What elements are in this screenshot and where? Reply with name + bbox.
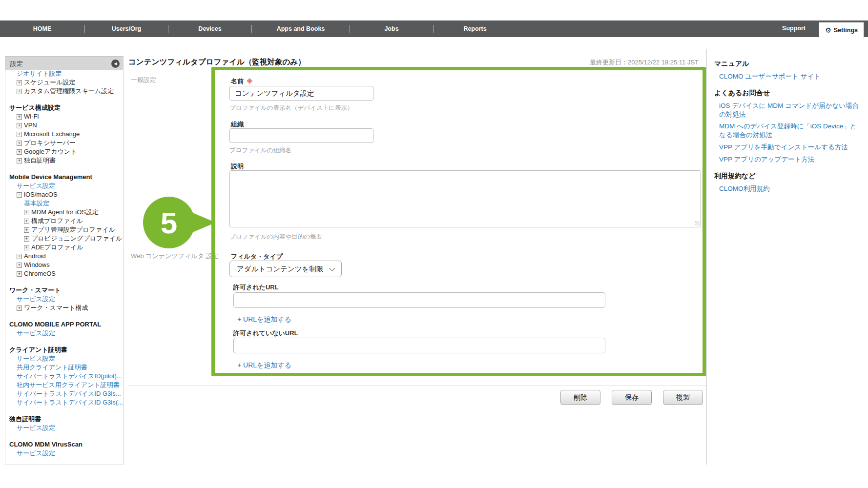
tree-item[interactable]: +Wi-Fi bbox=[5, 112, 123, 121]
tree-item[interactable]: +アプリ管理設定プロファイル bbox=[5, 225, 123, 234]
expand-node-icon[interactable]: + bbox=[24, 219, 29, 224]
expand-node-icon[interactable]: + bbox=[24, 210, 29, 215]
help-section-heading: よくあるお問合せ bbox=[714, 89, 859, 98]
tree-item[interactable]: サービス設定 bbox=[5, 329, 123, 338]
nav-item-users-org[interactable]: Users/Org bbox=[85, 25, 168, 33]
save-button[interactable]: 保存 bbox=[612, 390, 652, 405]
collapse-node-icon[interactable]: − bbox=[17, 192, 22, 198]
required-mark: ※ bbox=[247, 78, 253, 85]
settings-tab-label: Settings bbox=[834, 27, 858, 34]
tree-item[interactable]: +構成プロファイル bbox=[5, 217, 123, 225]
resize-grip-icon[interactable] bbox=[695, 221, 700, 226]
name-input[interactable] bbox=[229, 86, 373, 101]
duplicate-button[interactable]: 複製 bbox=[663, 390, 703, 405]
tree-item[interactable]: +ADEプロファイル bbox=[5, 243, 123, 252]
tree-item[interactable]: +スケジュール設定 bbox=[5, 78, 123, 87]
help-link[interactable]: VPP アプリを手動でインストールする方法 bbox=[719, 143, 859, 152]
tree-item[interactable]: ジオサイト設定 bbox=[5, 70, 123, 78]
tree-item[interactable]: +Microsoft Exchange bbox=[5, 130, 123, 139]
tree-item[interactable]: +ワーク・スマート構成 bbox=[5, 304, 123, 312]
tree-item-label: ChromeOS bbox=[24, 269, 56, 278]
tree-item-label: 独自証明書 bbox=[9, 415, 41, 424]
nav-item-devices[interactable]: Devices bbox=[168, 25, 252, 33]
allowed-url-input[interactable] bbox=[233, 292, 605, 308]
expand-node-icon[interactable]: + bbox=[17, 114, 22, 120]
tree-item[interactable]: +プロキシサーバー bbox=[5, 139, 123, 147]
expand-node-icon[interactable]: + bbox=[17, 80, 22, 85]
tree-item[interactable]: +プロビジョニングプロファイル bbox=[5, 234, 123, 243]
expand-node-icon[interactable]: + bbox=[17, 271, 22, 277]
tree-item[interactable]: +Googleアカウント bbox=[5, 147, 123, 156]
denied-url-input[interactable] bbox=[233, 338, 605, 353]
expand-node-icon[interactable]: + bbox=[17, 254, 22, 259]
description-textarea[interactable] bbox=[229, 170, 701, 227]
tree-item[interactable]: 社内サービス用クライアント証明書 bbox=[5, 381, 123, 389]
help-link-list: CLOMO ユーザーサポート サイト bbox=[714, 72, 859, 81]
tree-item[interactable]: 基本設定 bbox=[5, 199, 123, 208]
tree-spacer bbox=[5, 432, 123, 440]
tree-item-label: ワーク・スマート bbox=[9, 286, 61, 295]
tree-section-header: Mobile Device Management bbox=[5, 173, 123, 182]
tree-item[interactable]: サイバートラストデバイスID G3is(... bbox=[5, 398, 123, 407]
collapse-sidebar-button[interactable]: ◀ bbox=[111, 60, 120, 68]
help-link[interactable]: CLOMO ユーザーサポート サイト bbox=[719, 72, 859, 81]
description-caption: プロファイルの内容や目的の概要 bbox=[229, 233, 322, 241]
help-link[interactable]: iOS デバイスに MDM コマンドが届かない場合の対処法 bbox=[719, 102, 859, 119]
tree-section-header: ワーク・スマート bbox=[5, 286, 123, 295]
tree-item[interactable]: サービス設定 bbox=[5, 295, 123, 304]
tree-item[interactable]: サービス設定 bbox=[5, 449, 123, 458]
tree-item[interactable]: +独自証明書 bbox=[5, 156, 123, 165]
add-denied-url-link[interactable]: + URLを追加する bbox=[237, 361, 291, 370]
tree-item-label: 共用クライアント証明書 bbox=[17, 363, 87, 372]
page: HOMEUsers/OrgDevicesApps and BooksJobsRe… bbox=[0, 0, 868, 488]
tree-spacer bbox=[5, 96, 123, 103]
tree-item[interactable]: サイバートラストデバイスID G3is... bbox=[5, 389, 123, 398]
expand-node-icon[interactable]: + bbox=[17, 89, 22, 94]
nav-item-jobs[interactable]: Jobs bbox=[350, 25, 434, 33]
tree-item-label: iOS/macOS bbox=[24, 190, 58, 199]
tree-item[interactable]: +MDM Agent for iOS設定 bbox=[5, 208, 123, 217]
organization-input[interactable] bbox=[229, 128, 373, 143]
expand-node-icon[interactable]: + bbox=[24, 236, 29, 242]
expand-node-icon[interactable]: + bbox=[17, 158, 22, 163]
nav-item-apps-and-books[interactable]: Apps and Books bbox=[252, 25, 350, 33]
expand-node-icon[interactable]: + bbox=[24, 227, 29, 233]
expand-node-icon[interactable]: + bbox=[17, 305, 22, 311]
tree-item[interactable]: +カスタム管理権限スキーム設定 bbox=[5, 87, 123, 96]
tree-item[interactable]: −iOS/macOS bbox=[5, 190, 123, 199]
expand-node-icon[interactable]: + bbox=[24, 245, 29, 250]
tree-item[interactable]: サービス設定 bbox=[5, 182, 123, 190]
help-link[interactable]: MDM へのデバイス登録時に「iOS Device」となる場合の対処法 bbox=[719, 122, 859, 140]
expand-node-icon[interactable]: + bbox=[17, 263, 22, 268]
tree-item[interactable]: サイバートラストデバイスID(pilot)... bbox=[5, 372, 123, 381]
help-link[interactable]: VPP アプリのアップデート方法 bbox=[719, 155, 859, 164]
help-link[interactable]: CLOMO利用規約 bbox=[719, 184, 859, 193]
tree-item-label: Googleアカウント bbox=[24, 147, 77, 156]
organization-label: 組織 bbox=[231, 120, 244, 129]
nav-item-reports[interactable]: Reports bbox=[434, 25, 517, 33]
tree-item[interactable]: +ChromeOS bbox=[5, 269, 123, 278]
settings-sidebar: 設定 ◀ ジオサイト設定+スケジュール設定+カスタム管理権限スキーム設定サービス… bbox=[5, 56, 124, 465]
right-panel-divider bbox=[706, 49, 707, 465]
filter-type-select[interactable]: アダルトコンテンツを制限 bbox=[229, 261, 342, 277]
tree-item-label: Windows bbox=[24, 261, 50, 269]
expand-node-icon[interactable]: + bbox=[17, 149, 22, 155]
expand-node-icon[interactable]: + bbox=[17, 123, 22, 128]
tree-item[interactable]: サービス設定 bbox=[5, 354, 123, 363]
expand-node-icon[interactable]: + bbox=[17, 141, 22, 146]
tree-item[interactable]: +Windows bbox=[5, 261, 123, 269]
section-label-web-filter: Web コンテンツフィルタ 設定 bbox=[131, 252, 218, 261]
settings-tab[interactable]: ⚙ Settings bbox=[819, 22, 864, 38]
delete-button[interactable]: 削除 bbox=[560, 390, 600, 405]
nav-item-home[interactable]: HOME bbox=[0, 25, 85, 33]
tree-item-label: サービス設定 bbox=[17, 295, 55, 304]
support-link[interactable]: Support bbox=[782, 25, 806, 32]
tree-item[interactable]: サービス設定 bbox=[5, 424, 123, 432]
tree-item[interactable]: +VPN bbox=[5, 121, 123, 130]
expand-node-icon[interactable]: + bbox=[17, 132, 22, 137]
add-allowed-url-link[interactable]: + URLを追加する bbox=[237, 315, 291, 324]
tree-item-label: Mobile Device Management bbox=[9, 173, 92, 182]
tree-item[interactable]: 共用クライアント証明書 bbox=[5, 363, 123, 372]
tree-item-label: カスタム管理権限スキーム設定 bbox=[24, 87, 114, 96]
tree-item[interactable]: +Android bbox=[5, 252, 123, 261]
